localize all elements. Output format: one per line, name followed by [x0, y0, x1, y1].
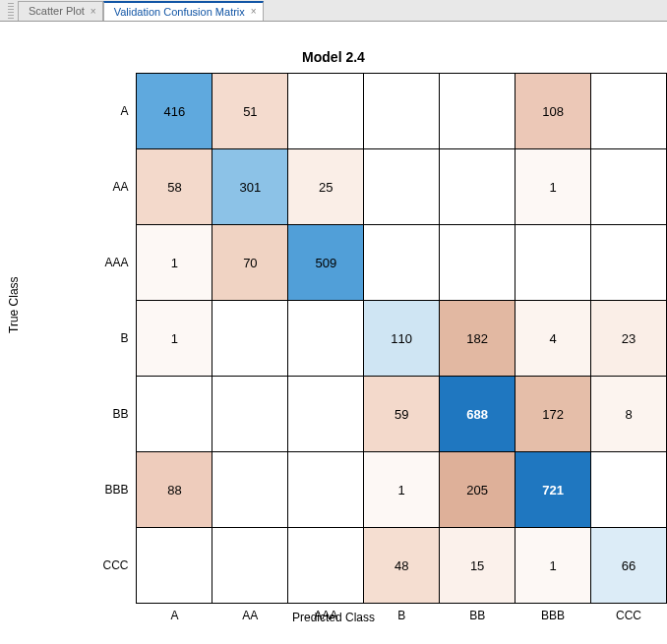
- matrix-cell: [440, 149, 515, 225]
- row-label: CCC: [93, 528, 137, 604]
- matrix-cell: [212, 377, 288, 452]
- matrix-cell: 25: [288, 149, 364, 225]
- row-label: A: [93, 74, 137, 149]
- row-label: BB: [93, 377, 137, 452]
- matrix-cell: [288, 74, 364, 149]
- matrix-cell: 1: [515, 528, 591, 604]
- row-label: AA: [93, 149, 137, 225]
- matrix-cell: 509: [288, 225, 364, 301]
- tab-grip-icon: [8, 3, 14, 19]
- matrix-cell: [212, 301, 288, 377]
- matrix-cell: 172: [515, 377, 591, 452]
- matrix-cell: [137, 528, 212, 604]
- matrix-cell: 182: [440, 301, 515, 377]
- matrix-cell: 205: [440, 452, 515, 528]
- matrix-cell: 1: [137, 225, 212, 301]
- matrix-cell: 51: [212, 74, 288, 149]
- matrix-cell: 59: [364, 377, 440, 452]
- matrix-cell: [440, 225, 515, 301]
- matrix-cell: [288, 452, 364, 528]
- matrix-cell: 8: [591, 377, 667, 452]
- col-label: BB: [440, 604, 515, 627]
- matrix-cell: [288, 301, 364, 377]
- col-label: A: [137, 604, 212, 627]
- col-label: BBB: [515, 604, 591, 627]
- matrix-cell: [288, 377, 364, 452]
- matrix-cell: [364, 149, 440, 225]
- row-label: AAA: [93, 225, 137, 301]
- matrix-cell: 15: [440, 528, 515, 604]
- matrix-cell: 70: [212, 225, 288, 301]
- matrix-cell: [364, 225, 440, 301]
- tab-label: Validation Confusion Matrix: [114, 6, 245, 18]
- tab-validation-confusion-matrix[interactable]: Validation Confusion Matrix ×: [103, 1, 264, 21]
- row-label: BBB: [93, 452, 137, 528]
- matrix-cell: 66: [591, 528, 667, 604]
- plot-area: Model 2.4 True Class Predicted Class A41…: [0, 22, 667, 644]
- matrix-cell: 58: [137, 149, 212, 225]
- matrix-cell: [591, 225, 667, 301]
- col-label: B: [364, 604, 440, 627]
- confusion-matrix: A41651108AA58301251AAA170509B1110182423B…: [93, 73, 667, 627]
- col-label-spacer: [93, 604, 137, 627]
- matrix-cell: [591, 149, 667, 225]
- matrix-cell: [364, 74, 440, 149]
- matrix-cell: [591, 452, 667, 528]
- tab-scatter-plot[interactable]: Scatter Plot ×: [18, 1, 103, 21]
- matrix-cell: [212, 452, 288, 528]
- chart-title: Model 2.4: [0, 49, 667, 65]
- matrix-cell: 721: [515, 452, 591, 528]
- matrix-cell: [591, 74, 667, 149]
- matrix-cell: [137, 377, 212, 452]
- matrix-cell: 23: [591, 301, 667, 377]
- close-icon[interactable]: ×: [91, 6, 96, 17]
- matrix-cell: 48: [364, 528, 440, 604]
- matrix-cell: [440, 74, 515, 149]
- matrix-cell: 110: [364, 301, 440, 377]
- matrix-cell: [515, 225, 591, 301]
- col-label: AAA: [288, 604, 364, 627]
- tab-bar: Scatter Plot × Validation Confusion Matr…: [0, 0, 667, 22]
- matrix-cell: 88: [137, 452, 212, 528]
- matrix-cell: 4: [515, 301, 591, 377]
- matrix-cell: 108: [515, 74, 591, 149]
- matrix-cell: [212, 528, 288, 604]
- matrix-cell: 301: [212, 149, 288, 225]
- matrix-cell: 416: [137, 74, 212, 149]
- matrix-cell: 1: [364, 452, 440, 528]
- col-label: CCC: [591, 604, 667, 627]
- matrix-cell: 1: [515, 149, 591, 225]
- close-icon[interactable]: ×: [251, 6, 257, 17]
- y-axis-label: True Class: [7, 276, 21, 333]
- matrix-cell: 1: [137, 301, 212, 377]
- col-label: AA: [212, 604, 288, 627]
- matrix-cell: 688: [440, 377, 515, 452]
- row-label: B: [93, 301, 137, 377]
- matrix-cell: [288, 528, 364, 604]
- tab-label: Scatter Plot: [29, 5, 85, 17]
